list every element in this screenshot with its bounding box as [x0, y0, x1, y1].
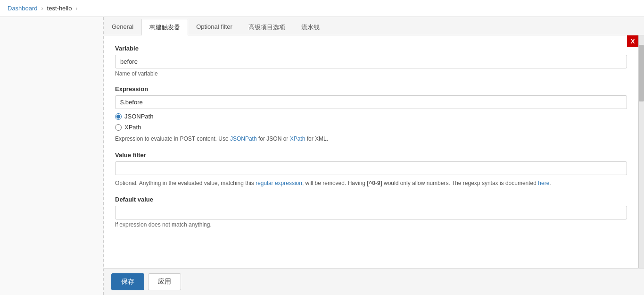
vf-desc-mid: , will be removed. Having	[302, 180, 367, 186]
variable-input[interactable]	[115, 55, 627, 68]
tab-optional-filter[interactable]: Optional filter	[188, 19, 240, 35]
radio-jsonpath-label: JSONPath	[124, 113, 153, 120]
breadcrumb-arrow: ›	[75, 5, 77, 12]
variable-group: Variable Name of variable	[115, 45, 627, 77]
radio-jsonpath[interactable]: JSONPath	[115, 113, 627, 120]
tab-trigger[interactable]: 构建触发器	[141, 19, 188, 35]
breadcrumb-current: test-hello	[47, 5, 72, 12]
default-value-hint: if expression does not match anything.	[115, 221, 627, 228]
vf-desc-final: .	[549, 180, 551, 186]
tabs-bar: General 构建触发器 Optional filter 高级项目选项 流水线	[104, 17, 644, 35]
breadcrumb-separator: ›	[41, 5, 43, 12]
outer-scrollbar[interactable]	[638, 35, 644, 268]
tab-pipeline[interactable]: 流水线	[293, 19, 328, 35]
expression-label: Expression	[115, 85, 627, 93]
expression-xpath-link[interactable]: XPath	[290, 135, 305, 142]
content-wrapper: X Variable Name of variable Expression	[104, 35, 644, 268]
expression-desc-pre: Expression to evaluate in POST content. …	[115, 135, 230, 142]
scrollbar-thumb[interactable]	[639, 45, 644, 101]
value-filter-group: Value filter Optional. Anything in the e…	[115, 152, 627, 187]
footer-bar: 保存 应用	[104, 268, 644, 295]
expression-desc-mid: for JSON or	[257, 135, 290, 142]
main-content: General 构建触发器 Optional filter 高级项目选项 流水线…	[0, 17, 644, 295]
radio-xpath[interactable]: XPath	[115, 124, 627, 131]
expression-group: Expression JSONPath XPath	[115, 85, 627, 143]
variable-label: Variable	[115, 45, 627, 52]
radio-jsonpath-input[interactable]	[115, 113, 122, 120]
tab-advanced[interactable]: 高级项目选项	[240, 19, 293, 35]
default-value-input[interactable]	[115, 206, 627, 219]
right-panel: General 构建触发器 Optional filter 高级项目选项 流水线…	[104, 17, 644, 295]
radio-xpath-label: XPath	[124, 124, 141, 131]
value-filter-description: Optional. Anything in the evaluated valu…	[115, 179, 627, 187]
expression-description: Expression to evaluate in POST content. …	[115, 135, 627, 143]
default-value-group: Default value if expression does not mat…	[115, 196, 627, 228]
default-value-label: Default value	[115, 196, 627, 203]
expression-radio-group: JSONPath XPath	[115, 113, 627, 131]
radio-xpath-input[interactable]	[115, 124, 122, 131]
vf-desc-pre: Optional. Anything in the evaluated valu…	[115, 180, 256, 186]
left-panel	[0, 17, 104, 295]
apply-button[interactable]: 应用	[148, 273, 181, 290]
value-filter-here-link[interactable]: here	[538, 180, 549, 186]
tab-general[interactable]: General	[104, 19, 141, 35]
expression-input[interactable]	[115, 95, 627, 109]
variable-hint: Name of variable	[115, 70, 627, 77]
expression-jsonpath-link[interactable]: JSONPath	[230, 135, 257, 142]
vf-desc-end: would only allow numbers. The regexp syn…	[382, 180, 538, 186]
expression-desc-post: for XML.	[305, 135, 328, 142]
vf-bold: [^0-9]	[367, 180, 382, 186]
top-bar: Dashboard › test-hello ›	[0, 0, 644, 17]
save-button[interactable]: 保存	[111, 273, 144, 290]
breadcrumb-home[interactable]: Dashboard	[8, 5, 38, 12]
value-filter-input[interactable]	[115, 161, 627, 175]
value-filter-label: Value filter	[115, 152, 627, 159]
value-filter-regex-link[interactable]: regular expression	[256, 180, 302, 186]
tab-content: X Variable Name of variable Expression	[104, 35, 638, 268]
close-button[interactable]: X	[627, 35, 638, 47]
